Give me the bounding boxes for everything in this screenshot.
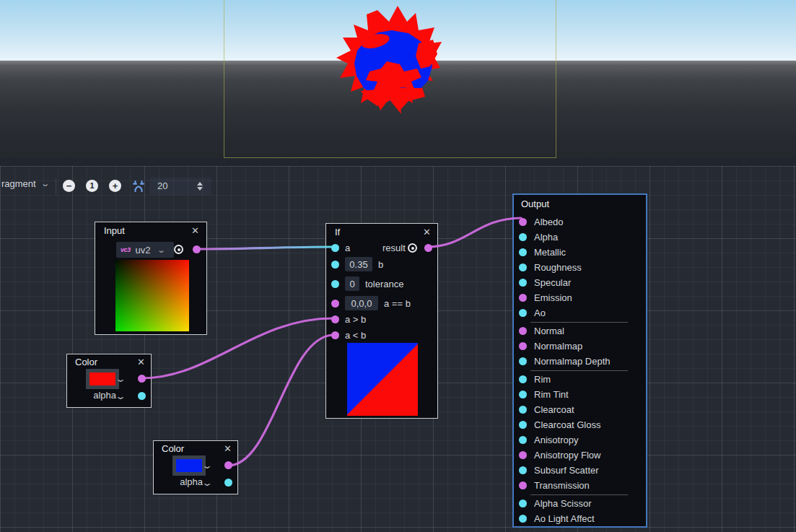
port-dot[interactable]	[519, 263, 527, 271]
node-color-red[interactable]: Color ✕ ⌄ alpha ⌄	[66, 354, 152, 408]
node-input[interactable]: Input ✕ vc3 uv2 ⌄	[95, 222, 207, 335]
color-swatch-blue	[176, 459, 202, 472]
port-dot[interactable]	[519, 294, 527, 302]
output-port-alpha[interactable]	[138, 392, 146, 400]
output-port-row: Anisotropy Flow	[514, 448, 646, 463]
port-label-alpha: alpha	[168, 476, 203, 487]
output-port-row: Ao	[514, 305, 646, 320]
port-label: Alpha	[534, 232, 558, 243]
node-color-blue[interactable]: Color ✕ ⌄ alpha ⌄	[153, 440, 238, 494]
preview-visibility-icon[interactable]	[408, 243, 417, 253]
input-port-tolerance[interactable]	[331, 280, 339, 288]
minus-icon: −	[66, 181, 72, 191]
output-port-list: Albedo Alpha Metallic Roughness Specular…	[514, 214, 646, 526]
close-icon[interactable]: ✕	[137, 357, 145, 368]
port-label: Rim Tint	[534, 389, 569, 400]
output-port-uv[interactable]	[193, 245, 201, 253]
node-title: If	[335, 227, 340, 237]
node-if[interactable]: If ✕ a result 0.35 b 0 tolerance 0,0,0 a…	[325, 223, 438, 419]
port-label: Specular	[534, 277, 571, 288]
port-dot[interactable]	[519, 466, 527, 474]
input-type-dropdown[interactable]: vc3 uv2 ⌄	[116, 242, 174, 258]
input-port-b[interactable]	[331, 261, 339, 269]
port-label: Emission	[534, 292, 572, 303]
output-port-result[interactable]	[424, 244, 432, 252]
port-label-b: b	[378, 259, 383, 270]
port-dot[interactable]	[519, 309, 527, 317]
port-dot[interactable]	[519, 327, 527, 335]
port-label: Subsurf Scatter	[534, 465, 599, 476]
input-port-a-lt-b[interactable]	[331, 331, 339, 339]
port-dot[interactable]	[519, 406, 527, 414]
node-output[interactable]: Output Albedo Alpha Metallic Roughness S…	[512, 193, 647, 528]
b-value-field[interactable]: 0.35	[345, 257, 372, 271]
chevron-down-icon: ⌄	[157, 245, 165, 255]
port-label: Roughness	[534, 262, 582, 273]
port-dot[interactable]	[519, 279, 527, 287]
zoom-out-button[interactable]: −	[63, 180, 75, 192]
port-label: Ao Light Affect	[534, 513, 595, 524]
snap-step-spinner[interactable]	[196, 180, 204, 192]
zoom-in-button[interactable]: +	[109, 180, 121, 192]
output-port-row: Clearcoat Gloss	[514, 417, 646, 432]
port-dot[interactable]	[519, 500, 527, 507]
graph-toolbar: ragment ⌄ − 1 + 20	[0, 176, 796, 196]
close-icon[interactable]: ✕	[224, 443, 232, 455]
output-port-alpha[interactable]	[224, 479, 232, 487]
port-dot[interactable]	[519, 233, 527, 241]
port-group-separator	[514, 369, 646, 372]
port-dot[interactable]	[519, 218, 527, 226]
close-icon[interactable]: ✕	[423, 227, 431, 238]
input-port-a-gt-b[interactable]	[331, 315, 339, 323]
node-title: Input	[104, 225, 125, 236]
port-label: Normal	[534, 326, 564, 336]
port-label: Clearcoat	[534, 404, 574, 415]
snap-grid-toggle[interactable]	[132, 180, 145, 193]
port-dot[interactable]	[519, 451, 527, 459]
zoom-reset-button[interactable]: 1	[86, 180, 98, 192]
chevron-down-icon[interactable]: ⌄	[115, 391, 126, 401]
port-dot[interactable]	[519, 515, 527, 523]
port-label: Alpha Scissor	[534, 498, 591, 509]
port-dot[interactable]	[519, 248, 527, 256]
port-dot[interactable]	[519, 357, 527, 365]
shader-mode-label: ragment	[1, 178, 36, 189]
a-eq-b-value-field[interactable]: 0,0,0	[345, 296, 378, 310]
output-port-row: Rim Tint	[514, 387, 646, 402]
input-selected-value: uv2	[136, 245, 151, 256]
viewport-3d-preview	[0, 0, 796, 158]
input-port-a[interactable]	[331, 244, 339, 252]
port-dot[interactable]	[519, 421, 527, 429]
port-dot[interactable]	[519, 342, 527, 350]
port-label-a-eq-b: a == b	[384, 298, 411, 309]
output-port-row: Emission	[514, 290, 646, 305]
output-port-row: Subsurf Scatter	[514, 463, 646, 478]
chevron-down-icon[interactable]: ⌄	[201, 461, 213, 471]
output-port-row: Alpha	[514, 230, 646, 245]
input-port-a-eq-b[interactable]	[331, 300, 339, 308]
output-port-color[interactable]	[138, 375, 146, 383]
port-dot[interactable]	[519, 391, 527, 398]
shader-mode-dropdown[interactable]: ragment ⌄	[1, 178, 48, 189]
port-dot[interactable]	[519, 375, 527, 383]
port-dot[interactable]	[519, 436, 527, 444]
preview-visibility-icon[interactable]	[174, 245, 183, 254]
color-swatch-red	[89, 372, 115, 385]
output-port-color[interactable]	[224, 461, 232, 469]
port-label: Albedo	[534, 217, 563, 227]
if-result-preview	[347, 343, 418, 416]
snap-step-value: 20	[157, 180, 167, 191]
output-port-row: Metallic	[514, 245, 646, 260]
output-port-row: Transmission	[514, 478, 646, 493]
close-icon[interactable]: ✕	[191, 225, 199, 237]
port-dot[interactable]	[519, 481, 527, 489]
chevron-down-icon[interactable]: ⌄	[201, 478, 213, 488]
port-label-alpha: alpha	[82, 390, 116, 401]
chevron-down-icon[interactable]: ⌄	[115, 374, 126, 384]
output-port-row: Specular	[514, 275, 646, 290]
port-label: Normalmap Depth	[534, 356, 611, 367]
plus-icon: +	[113, 181, 118, 191]
port-label-result: result	[382, 243, 406, 253]
port-label: Normalmap	[534, 341, 582, 352]
tolerance-value-field[interactable]: 0	[345, 276, 359, 291]
